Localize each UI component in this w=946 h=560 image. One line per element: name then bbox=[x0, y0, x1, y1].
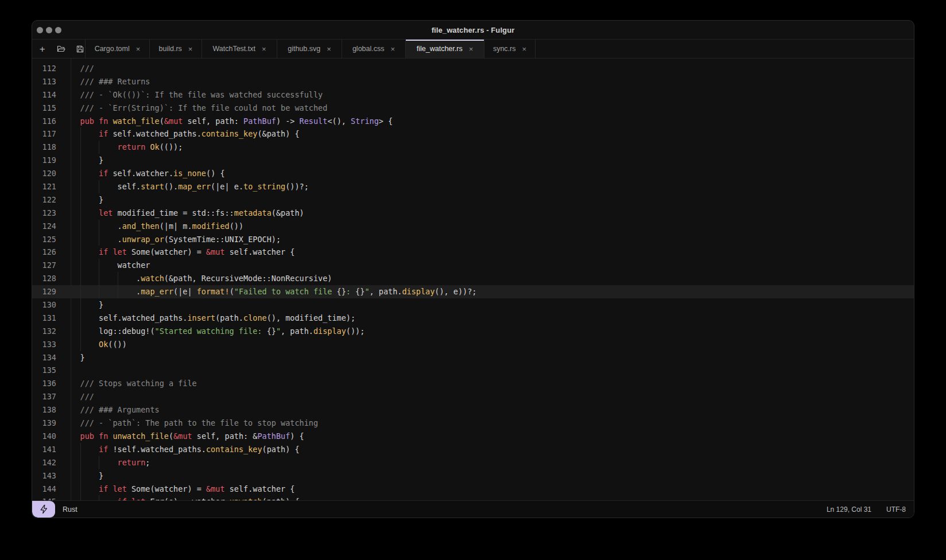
code-text: /// bbox=[61, 390, 94, 403]
tab-file_watcher.rs[interactable]: file_watcher.rs× bbox=[406, 40, 484, 58]
tab-close-icon[interactable]: × bbox=[522, 45, 527, 53]
tab-toolbar: + bbox=[32, 40, 86, 58]
line-number: 140 bbox=[32, 430, 56, 443]
cursor-position[interactable]: Ln 129, Col 31 bbox=[827, 505, 871, 514]
code-text: .watch(&path, RecursiveMode::NonRecursiv… bbox=[61, 272, 332, 285]
code-line[interactable]: 112 /// bbox=[32, 62, 914, 75]
tab-sync.rs[interactable]: sync.rs× bbox=[484, 40, 536, 58]
line-number: 141 bbox=[32, 443, 56, 456]
code-text: } bbox=[61, 351, 85, 364]
code-line[interactable]: 136 /// Stops watching a file bbox=[32, 377, 914, 390]
traffic-light-zoom[interactable] bbox=[55, 27, 61, 33]
tab-Cargo.toml[interactable]: Cargo.toml× bbox=[86, 40, 150, 58]
line-number: 124 bbox=[32, 220, 56, 233]
line-number: 139 bbox=[32, 417, 56, 430]
line-number: 127 bbox=[32, 259, 56, 272]
code-text: if let Some(watcher) = &mut self.watcher… bbox=[61, 483, 294, 496]
code-text: if self.watcher.is_none() { bbox=[61, 167, 225, 180]
editor-window: file_watcher.rs - Fulgur + Cargo.toml× bbox=[32, 20, 914, 518]
code-line[interactable]: 130 } bbox=[32, 298, 914, 312]
tab-WatchTest.txt[interactable]: WatchTest.txt× bbox=[202, 40, 277, 58]
traffic-light-close[interactable] bbox=[37, 27, 43, 33]
code-line[interactable]: 138 /// ### Arguments bbox=[32, 403, 914, 417]
code-text: if self.watched_paths.contains_key(&path… bbox=[61, 127, 300, 141]
code-text: if !self.watched_paths.contains_key(path… bbox=[61, 443, 300, 456]
code-line[interactable]: 145 if let Err(e) = watcher.unwatch(path… bbox=[32, 495, 914, 500]
code-line[interactable]: 116 pub fn watch_file(&mut self, path: P… bbox=[32, 115, 914, 128]
code-line[interactable]: 114 /// - `Ok(())`: If the file was watc… bbox=[32, 88, 914, 102]
code-line[interactable]: 124 .and_then(|m| m.modified()) bbox=[32, 220, 914, 233]
code-line[interactable]: 135 bbox=[32, 364, 914, 377]
tab-close-icon[interactable]: × bbox=[327, 45, 331, 53]
code-line[interactable]: 121 self.start().map_err(|e| e.to_string… bbox=[32, 180, 914, 193]
tab-close-icon[interactable]: × bbox=[136, 45, 141, 53]
code-line[interactable]: 134 } bbox=[32, 351, 914, 364]
tab-label: build.rs bbox=[159, 45, 182, 53]
code-line[interactable]: 127 watcher bbox=[32, 259, 914, 272]
code-line[interactable]: 128 .watch(&path, RecursiveMode::NonRecu… bbox=[32, 272, 914, 285]
tab-strip: Cargo.toml×build.rs×WatchTest.txt×github… bbox=[86, 40, 536, 58]
code-line[interactable]: 143 } bbox=[32, 469, 914, 483]
code-line[interactable]: 113 /// ### Returns bbox=[32, 75, 914, 88]
code-line[interactable]: 131 self.watched_paths.insert(path.clone… bbox=[32, 312, 914, 325]
line-number: 117 bbox=[32, 127, 56, 141]
line-number: 126 bbox=[32, 246, 56, 259]
new-tab-button[interactable]: + bbox=[37, 44, 48, 54]
line-number: 112 bbox=[32, 62, 56, 75]
code-line-current[interactable]: 129 .map_err(|e| format!("Failed to watc… bbox=[32, 285, 914, 298]
folder-open-icon bbox=[57, 44, 66, 53]
code-line[interactable]: 123 let modified_time = std::fs::metadat… bbox=[32, 207, 914, 220]
tab-close-icon[interactable]: × bbox=[391, 45, 396, 53]
code-text: } bbox=[61, 154, 103, 167]
code-line[interactable]: 117 if self.watched_paths.contains_key(&… bbox=[32, 127, 914, 141]
line-number: 130 bbox=[32, 298, 56, 312]
code-line[interactable]: 132 log::debug!("Started watching file: … bbox=[32, 325, 914, 338]
code-line[interactable]: 144 if let Some(watcher) = &mut self.wat… bbox=[32, 483, 914, 496]
code-line[interactable]: 141 if !self.watched_paths.contains_key(… bbox=[32, 443, 914, 456]
encoding-label[interactable]: UTF-8 bbox=[886, 505, 906, 514]
code-line[interactable]: 125 .unwrap_or(SystemTime::UNIX_EPOCH); bbox=[32, 233, 914, 246]
code-text: /// - `path`: The path to the file to st… bbox=[61, 417, 318, 430]
language-badge[interactable] bbox=[32, 501, 55, 518]
traffic-lights bbox=[37, 21, 61, 39]
code-line[interactable]: 142 return; bbox=[32, 456, 914, 469]
language-label[interactable]: Rust bbox=[63, 505, 77, 514]
code-line[interactable]: 139 /// - `path`: The path to the file t… bbox=[32, 417, 914, 430]
code-text: pub fn watch_file(&mut self, path: PathB… bbox=[61, 115, 393, 128]
code-line[interactable]: 119 } bbox=[32, 154, 914, 167]
code-line[interactable]: 115 /// - `Err(String)`: If the file cou… bbox=[32, 102, 914, 115]
status-bar: Rust Ln 129, Col 31 UTF-8 bbox=[32, 500, 914, 518]
tab-close-icon[interactable]: × bbox=[469, 45, 474, 53]
tab-close-icon[interactable]: × bbox=[188, 45, 193, 53]
line-number: 116 bbox=[32, 115, 56, 128]
tab-global.css[interactable]: global.css× bbox=[342, 40, 406, 58]
tab-label: WatchTest.txt bbox=[212, 45, 255, 53]
code-text: if let Some(watcher) = &mut self.watcher… bbox=[61, 246, 294, 259]
open-file-button[interactable] bbox=[56, 44, 67, 54]
line-number: 131 bbox=[32, 312, 56, 325]
tab-label: sync.rs bbox=[493, 45, 516, 53]
code-line[interactable]: 126 if let Some(watcher) = &mut self.wat… bbox=[32, 246, 914, 259]
tab-github.svg[interactable]: github.svg× bbox=[277, 40, 342, 58]
code-line[interactable]: 140 pub fn unwatch_file(&mut self, path:… bbox=[32, 430, 914, 443]
code-text: self.watched_paths.insert(path.clone(), … bbox=[61, 312, 355, 325]
code-line[interactable]: 118 return Ok(()); bbox=[32, 141, 914, 154]
line-number: 136 bbox=[32, 377, 56, 390]
line-number: 114 bbox=[32, 88, 56, 102]
line-number: 129 bbox=[32, 285, 56, 298]
save-button[interactable] bbox=[75, 44, 85, 54]
code-line[interactable]: 133 Ok(()) bbox=[32, 338, 914, 351]
tab-bar: + Cargo.toml×build.rs×WatchTest.txt×gith… bbox=[32, 40, 914, 59]
tab-close-icon[interactable]: × bbox=[262, 45, 266, 53]
code-area[interactable]: 112 ///113 /// ### Returns114 /// - `Ok(… bbox=[32, 59, 914, 500]
line-number: 138 bbox=[32, 403, 56, 417]
code-line[interactable]: 137 /// bbox=[32, 390, 914, 403]
code-text: let modified_time = std::fs::metadata(&p… bbox=[61, 207, 304, 220]
code-line[interactable]: 120 if self.watcher.is_none() { bbox=[32, 167, 914, 180]
code-text: self.start().map_err(|e| e.to_string())?… bbox=[61, 180, 309, 193]
code-text: return Ok(()); bbox=[61, 141, 183, 154]
title-bar: file_watcher.rs - Fulgur bbox=[32, 21, 914, 40]
tab-build.rs[interactable]: build.rs× bbox=[150, 40, 202, 58]
traffic-light-minimize[interactable] bbox=[46, 27, 52, 33]
code-line[interactable]: 122 } bbox=[32, 193, 914, 207]
